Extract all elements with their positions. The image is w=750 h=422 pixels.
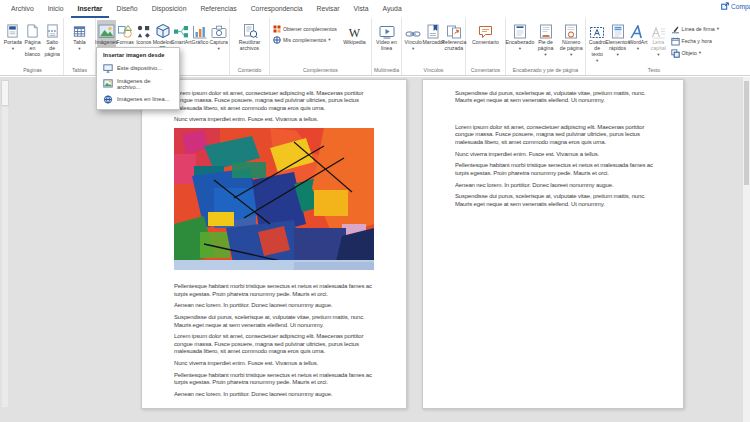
numero-de-pagina-button[interactable]: Número de página ▾ <box>558 20 584 59</box>
vertical-scrollbar[interactable] <box>743 77 750 422</box>
icons-glyph-icon <box>136 22 151 39</box>
menu-item-label: Imágenes de archivo... <box>117 78 173 90</box>
dropdown-header: Insertar imagen desde <box>97 48 179 61</box>
tab-referencias[interactable]: Referencias <box>193 0 243 18</box>
dropdown-arrow-icon: ▾ <box>519 47 521 52</box>
menu-item-imagenes-de-archivo[interactable]: Imágenes de archivo... <box>97 75 179 92</box>
wordart-button[interactable]: WordArt ▾ <box>628 20 648 53</box>
paragraph[interactable]: Pellentesque habitant morbi tristique se… <box>174 283 380 298</box>
paragraph[interactable]: Suspendisse dui purus, scelerisque at, v… <box>455 90 657 105</box>
paragraph[interactable]: Lorem ipsum dolor sit amet, consectetuer… <box>174 90 380 112</box>
abstract-painting-image[interactable] <box>174 128 374 270</box>
fecha-y-hora-button[interactable]: Fecha y hora <box>669 35 721 47</box>
group-label-multimedia: Multimedia <box>373 67 400 75</box>
document-page-1[interactable]: Lorem ipsum dolor sit amet, consectetuer… <box>141 79 407 409</box>
tab-inicio[interactable]: Inicio <box>41 0 71 18</box>
wikipedia-button[interactable]: W Wikipedia <box>339 20 370 47</box>
paragraph[interactable]: Lorem ipsum dolor sit amet, consectetuer… <box>174 333 380 355</box>
menu-item-este-dispositivo[interactable]: Este dispositivo... <box>97 61 179 75</box>
document-page-2[interactable]: Suspendisse dui purus, scelerisque at, v… <box>422 79 684 409</box>
button-label: Vídeo en línea <box>374 40 399 52</box>
button-label: Pie de página <box>534 40 558 52</box>
paragraph[interactable]: Pellentesque habitant morbi tristique se… <box>174 372 380 387</box>
group-label-comentarios: Comentarios <box>467 67 504 75</box>
group-label-vinculos: Vínculos <box>403 67 464 75</box>
button-label: Cuadro de texto <box>588 40 606 58</box>
letra-capital-button[interactable]: Letra capital ▾ <box>648 20 668 59</box>
tab-vista[interactable]: Vista <box>347 0 376 18</box>
paragraph[interactable]: Suspendisse dui purus, scelerisque at, v… <box>455 193 657 208</box>
menu-item-imagenes-en-linea[interactable]: Imágenes en línea... <box>97 92 179 106</box>
pagina-en-blanco-button[interactable]: Página en blanco <box>23 20 43 59</box>
textbox-icon <box>589 22 605 39</box>
ribbon-group-complementos: Obtener complementos Mis complementos ▾ … <box>270 18 372 75</box>
video-en-linea-button[interactable]: Vídeo en línea <box>373 20 400 53</box>
tab-diseno[interactable]: Diseño <box>109 0 144 18</box>
paragraph[interactable]: Suspendisse dui purus, scelerisque at, v… <box>174 314 380 329</box>
obtener-complementos-button[interactable]: Obtener complementos <box>271 23 339 34</box>
button-label: Salto de página <box>43 40 61 58</box>
paragraph[interactable]: Aenean nec lorem. In porttitor. Donec la… <box>174 302 380 309</box>
tabla-button[interactable]: Tabla ▾ <box>65 20 94 53</box>
elementos-rapidos-button[interactable]: Elementos rápidos ▾ <box>607 20 627 59</box>
grafico-button[interactable]: Gráfico <box>191 20 210 47</box>
quick-parts-icon <box>611 22 625 39</box>
paragraph[interactable]: Lorem ipsum dolor sit amet, consectetuer… <box>455 124 657 146</box>
iconos-button[interactable]: Iconos <box>134 20 153 47</box>
tab-insertar[interactable]: Insertar <box>71 0 110 18</box>
salto-de-pagina-button[interactable]: Salto de página <box>42 20 62 59</box>
comentario-button[interactable]: Comentario <box>467 20 504 47</box>
paragraph[interactable]: Nunc viverra imperdiet enim. Fusce est. … <box>174 360 380 367</box>
tab-disposicion[interactable]: Disposición <box>145 0 194 18</box>
left-scroll-widget[interactable] <box>1 80 9 106</box>
group-label-tablas: Tablas <box>65 67 94 75</box>
document-workspace: Lorem ipsum dolor sit amet, consectetuer… <box>0 77 750 422</box>
vertical-scrollbar-thumb[interactable] <box>744 81 749 185</box>
share-button[interactable]: Compartir <box>721 2 750 10</box>
tab-archivo[interactable]: Archivo <box>4 0 41 18</box>
object-icon <box>671 49 680 58</box>
captura-button[interactable]: Captura ▾ <box>209 20 228 53</box>
dropdown-arrow-icon: ▾ <box>596 59 598 64</box>
button-label: Wikipedia <box>343 40 366 46</box>
encabezado-button[interactable]: Encabezado ▾ <box>507 20 533 53</box>
online-video-icon <box>379 22 395 39</box>
group-label-encabezado-pie: Encabezado y pie de página <box>507 67 584 75</box>
menu-item-label: Este dispositivo... <box>117 65 162 71</box>
empty-paragraph <box>455 109 657 124</box>
dropdown-arrow-icon: ▾ <box>328 38 330 43</box>
reutilizar-archivos-button[interactable]: Reutilizar archivos <box>231 20 268 53</box>
paragraph[interactable]: Nunc viverra imperdiet enim. Fusce est. … <box>455 151 657 158</box>
paragraph[interactable]: Nunc viverra imperdiet enim. Fusce est. … <box>174 116 380 123</box>
referencia-cruzada-button[interactable]: Referencia cruzada <box>444 20 464 53</box>
mis-complementos-button[interactable]: Mis complementos ▾ <box>271 34 339 45</box>
dropdown-arrow-icon: ▾ <box>12 47 14 52</box>
drop-cap-icon <box>651 22 666 39</box>
ribbon-group-encabezado-pie: Encabezado ▾ Pie de página ▾ Número de p… <box>506 18 586 75</box>
vinculo-button[interactable]: Vínculo ▾ <box>403 20 423 53</box>
tab-correspondencia[interactable]: Correspondencia <box>244 0 310 18</box>
wikipedia-icon: W <box>349 22 360 39</box>
tab-revisar[interactable]: Revisar <box>309 0 346 18</box>
dropdown-arrow-icon: ▾ <box>412 47 414 52</box>
link-icon <box>405 22 421 39</box>
dropdown-arrow-icon: ▾ <box>637 47 639 52</box>
portada-button[interactable]: Portada ▾ <box>3 20 23 53</box>
comment-icon <box>478 22 493 39</box>
tab-ayuda[interactable]: Ayuda <box>376 0 409 18</box>
ribbon-group-tablas: Tabla ▾ Tablas <box>64 18 96 75</box>
pie-de-pagina-button[interactable]: Pie de página ▾ <box>533 20 559 59</box>
left-scroll-track[interactable] <box>2 107 8 407</box>
objeto-button[interactable]: Objeto ▾ <box>669 47 721 59</box>
dropdown-arrow-icon: ▾ <box>78 47 80 52</box>
header-icon <box>513 22 527 39</box>
linea-de-firma-button[interactable]: Línea de firma ▾ <box>669 23 721 35</box>
button-label: Obtener complementos <box>283 26 337 32</box>
paragraph[interactable]: Aenean nec lorem. In porttitor. Donec la… <box>174 391 380 398</box>
button-label: Mis complementos <box>283 37 326 43</box>
smartart-button[interactable]: SmartArt <box>172 20 191 47</box>
cuadro-de-texto-button[interactable]: Cuadro de texto ▾ <box>587 20 607 65</box>
paragraph[interactable]: Pellentesque habitant morbi tristique se… <box>455 162 657 177</box>
paragraph[interactable]: Aenean nec lorem. In porttitor. Donec la… <box>455 182 657 189</box>
dropdown-arrow-icon: ▾ <box>570 53 572 58</box>
